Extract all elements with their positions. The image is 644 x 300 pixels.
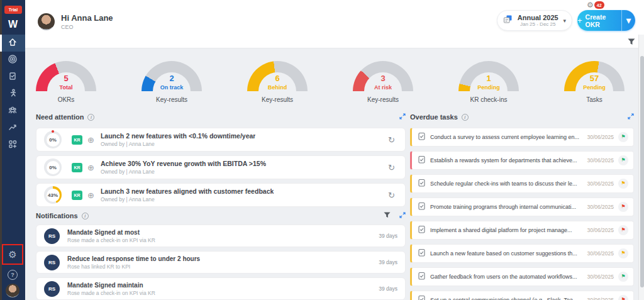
gauge-status: Total [36, 84, 96, 91]
sidebar-profile-avatar[interactable] [6, 284, 19, 297]
task-checkbox-icon[interactable] [418, 271, 425, 282]
expand-icon[interactable] [628, 113, 634, 121]
notification-desc: Rose has linked KR to KPI [67, 264, 200, 270]
flag-icon: ⚑ [621, 158, 625, 163]
extension-gear-icon[interactable]: ⚙ [587, 1, 594, 9]
task-row[interactable]: Conduct a survey to assess current emplo… [410, 128, 634, 147]
flag-icon: ⚑ [621, 135, 625, 140]
task-checkbox-icon[interactable] [418, 248, 425, 259]
check-in-icon[interactable]: ↻ [388, 191, 395, 200]
user-avatar[interactable] [38, 13, 55, 30]
kr-badge: KR [72, 163, 82, 172]
task-row[interactable]: Gather feedback from users on the automa… [410, 267, 634, 286]
create-okr-button[interactable]: + Create OKR ▾ [577, 10, 635, 31]
need-attention-item[interactable]: 0% KR ⊕ Launch 2 new features with <0.1%… [36, 128, 406, 152]
notification-desc: Rose made a check-in on KPI via KR [67, 237, 155, 243]
kr-owner: Owned by | Anna Lane [101, 141, 256, 147]
extension-badge-cluster[interactable]: ⚙ 42 [587, 1, 604, 9]
scrollbar-thumb[interactable] [640, 56, 644, 287]
task-due-date: 30/06/2025 [587, 134, 614, 140]
gauge-tasks-pending[interactable]: 57 Pending Tasks [564, 61, 625, 103]
task-row[interactable]: Establish a rewards system for departmen… [410, 151, 634, 170]
clipboard-icon [8, 71, 18, 84]
globe-icon: ⊕ [87, 191, 94, 199]
task-row[interactable]: Implement a shared digital platform for … [410, 221, 634, 240]
notification-item[interactable]: RS Reduce lead response time to under 2 … [36, 251, 406, 274]
gauge-kr-at-risk[interactable]: 3 At risk Key-results [353, 61, 413, 103]
gauge-okrs-total[interactable]: 5 Total OKRs [36, 61, 96, 103]
person-icon [8, 88, 18, 101]
filter-icon[interactable] [628, 36, 635, 48]
info-icon[interactable]: i [462, 114, 469, 121]
info-icon[interactable]: i [87, 114, 94, 121]
chevron-down-icon: ▾ [626, 14, 631, 26]
create-okr-main[interactable]: + Create OKR [577, 13, 621, 28]
team-icon [8, 105, 18, 118]
task-row[interactable]: Promote training programs through intern… [410, 197, 634, 216]
alert-dot [52, 130, 54, 133]
task-checkbox-icon[interactable] [418, 225, 425, 236]
globe-icon: ⊕ [87, 164, 94, 172]
gauge-label: Key-results [353, 96, 413, 103]
task-title: Set up a central communication channel (… [430, 297, 582, 300]
need-attention-item[interactable]: 0% KR ⊕ Achieve 30% YoY revenue growth w… [36, 155, 406, 179]
need-attention-title: Need attention [36, 113, 84, 121]
gauge-status: At risk [353, 84, 413, 91]
task-checkbox-icon[interactable] [418, 294, 425, 300]
task-checkbox-icon[interactable] [418, 201, 425, 213]
kr-title: Launch 3 new features aligned with custo… [101, 187, 274, 195]
task-checkbox-icon[interactable] [418, 155, 425, 166]
task-title: Establish a rewards system for departmen… [430, 157, 582, 164]
kr-owner: Owned by | Anna Lane [101, 196, 274, 203]
task-checkbox-icon[interactable] [418, 131, 425, 143]
task-checkbox-icon[interactable] [418, 178, 425, 189]
home-icon [8, 37, 18, 50]
kr-badge: KR [72, 135, 82, 145]
task-due-date: 30/06/2025 [587, 274, 614, 280]
help-icon[interactable]: ? [8, 270, 18, 280]
task-row[interactable]: Set up a central communication channel (… [410, 291, 634, 300]
greeting-text: Hi Anna Lane [61, 13, 113, 23]
gauge-value: 3 [353, 74, 413, 83]
create-okr-dropdown[interactable]: ▾ [621, 10, 635, 31]
avatar: RS [44, 281, 60, 297]
gauge-status: Pending [458, 84, 519, 91]
sidebar-item-apps[interactable] [0, 136, 25, 153]
notification-item[interactable]: RS Mandate Signed maintain Rose made a c… [36, 277, 406, 300]
page-scrollbar [638, 35, 644, 300]
avatar: RS [44, 228, 60, 244]
task-title: Conduct a survey to assess current emplo… [430, 134, 582, 140]
period-selector[interactable]: Annual 2025 Jan 25 - Dec 25 ▾ [497, 10, 572, 31]
notification-item[interactable]: RS Mandate Signed at most Rose made a ch… [36, 225, 406, 247]
need-attention-item[interactable]: 43% KR ⊕ Launch 3 new features aligned w… [36, 183, 406, 207]
sidebar-item-home[interactable] [0, 35, 25, 52]
sidebar-item-team[interactable] [0, 103, 25, 119]
notifications-title: Notifications [36, 212, 78, 219]
flag-icon: ⚑ [621, 181, 625, 186]
expand-icon[interactable] [399, 212, 406, 219]
gauge-value: 57 [564, 74, 625, 83]
sidebar-nav [0, 35, 25, 153]
gauge-checkins-pending[interactable]: 1 Pending KR check-ins [458, 61, 519, 103]
info-icon[interactable]: i [82, 213, 89, 219]
task-title: Launch a new feature based on customer s… [430, 250, 582, 257]
expand-icon[interactable] [399, 113, 406, 121]
flag-icon: ⚑ [621, 297, 625, 300]
gauge-kr-on-track[interactable]: 2 On track Key-results [142, 61, 202, 103]
check-in-icon[interactable]: ↻ [388, 135, 395, 145]
grid-plus-icon [8, 139, 18, 152]
sidebar-item-checkins[interactable] [0, 69, 25, 86]
task-row[interactable]: Schedule regular check-ins with teams to… [410, 174, 634, 193]
check-in-icon[interactable]: ↻ [388, 163, 395, 172]
notification-title: Mandate Signed maintain [67, 282, 155, 289]
gauge-label: OKRs [36, 96, 96, 103]
task-due-date: 30/06/2025 [587, 204, 614, 210]
task-row[interactable]: Launch a new feature based on customer s… [410, 244, 634, 263]
sidebar-item-initiatives[interactable] [0, 86, 25, 103]
sidebar-item-okrs[interactable] [0, 52, 25, 69]
settings-gear-icon[interactable]: ⚙ [8, 250, 16, 259]
gauge-kr-behind[interactable]: 6 Behind Key-results [247, 61, 308, 103]
filter-icon[interactable] [384, 212, 391, 219]
sidebar-item-reports[interactable] [0, 119, 25, 136]
gauge-status: On track [142, 84, 202, 91]
